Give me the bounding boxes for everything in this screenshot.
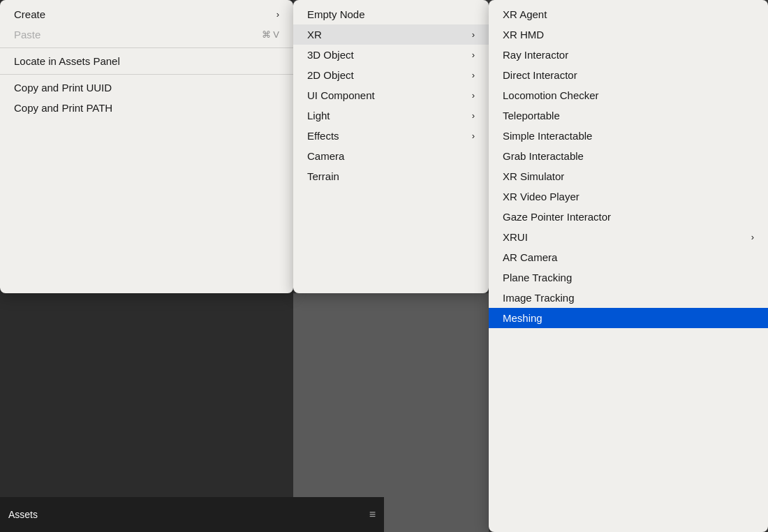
effects-arrow-icon: › [472,131,475,141]
menu-item-create[interactable]: Create › [0,4,293,24]
bottom-bar: Assets ≡ [0,497,384,532]
context-menu-level2: Empty Node XR › 3D Object › 2D Object › … [293,0,489,293]
menu-item-image-tracking[interactable]: Image Tracking [489,288,768,308]
xrui-arrow-icon: › [751,232,754,242]
menu-item-xr[interactable]: XR › [293,24,489,45]
light-arrow-icon: › [472,110,475,121]
menu-item-copy-uuid[interactable]: Copy and Print UUID [0,77,293,98]
menu-item-ar-camera[interactable]: AR Camera [489,247,768,267]
menu-item-xr-video-player[interactable]: XR Video Player [489,186,768,207]
menu-item-plane-tracking[interactable]: Plane Tracking [489,267,768,288]
menu-item-camera[interactable]: Camera [293,146,489,166]
menu-item-empty-node[interactable]: Empty Node [293,4,489,24]
menu-item-effects[interactable]: Effects › [293,126,489,146]
xr-arrow-icon: › [472,29,475,40]
menu-item-xrui[interactable]: XRUI › [489,227,768,247]
context-menu-level3: XR Agent XR HMD Ray Interactor Direct In… [489,0,768,532]
menu-item-light[interactable]: Light › [293,105,489,126]
menu-item-meshing[interactable]: Meshing [489,308,768,328]
menu-item-direct-interactor[interactable]: Direct Interactor [489,65,768,85]
menu-item-xr-hmd[interactable]: XR HMD [489,24,768,45]
menu-item-2d-object[interactable]: 2D Object › [293,65,489,85]
menu-item-simple-interactable[interactable]: Simple Interactable [489,126,768,146]
separator-1 [0,47,293,48]
ui-arrow-icon: › [472,90,475,101]
menu-item-gaze-pointer-interactor[interactable]: Gaze Pointer Interactor [489,207,768,227]
menu-item-3d-object[interactable]: 3D Object › [293,45,489,65]
3d-arrow-icon: › [472,50,475,60]
hamburger-icon[interactable]: ≡ [369,508,376,521]
assets-label: Assets [8,509,38,520]
menu-item-teleportable[interactable]: Teleportable [489,105,768,126]
menu-item-copy-path[interactable]: Copy and Print PATH [0,98,293,118]
background-center [293,293,489,532]
menu-item-ray-interactor[interactable]: Ray Interactor [489,45,768,65]
menu-item-locate-assets[interactable]: Locate in Assets Panel [0,51,293,71]
menu-item-xr-simulator[interactable]: XR Simulator [489,166,768,186]
menu-item-paste[interactable]: Paste ⌘ V [0,24,293,45]
separator-2 [0,74,293,75]
menu-item-grab-interactable[interactable]: Grab Interactable [489,146,768,166]
2d-arrow-icon: › [472,70,475,80]
menu-item-locomotion-checker[interactable]: Locomotion Checker [489,85,768,105]
menu-item-xr-agent[interactable]: XR Agent [489,4,768,24]
context-menu-level1: Create › Paste ⌘ V Locate in Assets Pane… [0,0,293,293]
menu-item-ui-component[interactable]: UI Component › [293,85,489,105]
arrow-icon: › [276,9,279,20]
menu-item-terrain[interactable]: Terrain [293,166,489,186]
